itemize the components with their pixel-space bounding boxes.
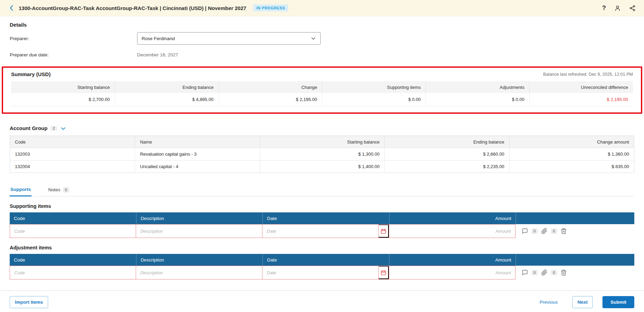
adjustment-items-table: Code Description Date Amount <box>10 254 634 279</box>
table-cell: $ 2,660.00 <box>384 148 509 160</box>
supporting-items-header-row: Code Description Date Amount <box>10 212 634 224</box>
submit-button[interactable]: Submit <box>602 296 634 308</box>
adjustment-amount-input[interactable] <box>389 266 515 279</box>
row-actions: 0 0 <box>516 224 634 238</box>
column-header: Code <box>10 136 135 148</box>
adjustments-value: $ 0.00 <box>426 93 529 106</box>
supporting-items-heading: Supporting items <box>10 203 634 209</box>
column-header: Code <box>10 212 136 224</box>
unreconciled-difference-value: $ 2,195.00 <box>529 93 633 106</box>
back-button[interactable] <box>8 4 15 11</box>
column-header: Code <box>10 254 136 266</box>
preparer-row: Preparer: Rose Ferdinand <box>10 32 634 45</box>
column-header-actions <box>516 254 634 266</box>
adjustment-date-input[interactable] <box>262 266 378 279</box>
table-cell: $ 1,400.00 <box>260 160 384 173</box>
due-date-value: December 16, 2027 <box>137 52 178 57</box>
column-header-actions <box>516 212 634 224</box>
table-cell: $ 1,300.00 <box>260 148 384 160</box>
import-items-button[interactable]: Import Items <box>10 296 48 308</box>
column-header: Ending balance <box>384 136 509 148</box>
tab-supports[interactable]: Supports <box>10 184 32 196</box>
adjustment-items-header-row: Code Description Date Amount <box>10 254 634 266</box>
table-cell: $ 2,235.00 <box>384 160 509 173</box>
comment-icon[interactable] <box>522 228 528 234</box>
due-date-label: Preparer due date: <box>10 52 137 57</box>
delete-icon[interactable] <box>561 269 567 276</box>
adjustment-code-input[interactable] <box>10 266 136 279</box>
summary-heading: Summary (USD) <box>11 71 51 77</box>
account-group-header: Account Group 2 <box>10 125 634 131</box>
supporting-item-entry-row: 0 0 <box>10 224 634 238</box>
column-header: Description <box>136 212 262 224</box>
summary-column-header: Adjustments <box>426 81 529 93</box>
previous-button[interactable]: Previous <box>535 296 563 308</box>
chevron-down-icon <box>311 36 316 41</box>
supporting-amount-input[interactable] <box>389 224 515 238</box>
summary-column-header: Ending balance <box>115 81 218 93</box>
summary-table: Starting balance Ending balance Change S… <box>11 81 633 106</box>
account-group-table: Code Name Starting balance Ending balanc… <box>10 136 634 173</box>
starting-balance-value: $ 2,700.00 <box>11 93 115 106</box>
description-field-wrapper <box>136 266 262 279</box>
description-field-wrapper <box>136 224 262 238</box>
summary-section-highlight: Summary (USD) Balance last refreshed: De… <box>2 66 642 114</box>
adjustment-description-input[interactable] <box>136 266 262 279</box>
preparer-select-value: Rose Ferdinand <box>142 36 175 41</box>
row-actions: 0 0 <box>516 266 634 279</box>
due-date-row: Preparer due date: December 16, 2027 <box>10 52 634 57</box>
table-cell: $ 835.00 <box>509 160 634 173</box>
supporting-date-input[interactable] <box>262 224 378 238</box>
share-icon[interactable] <box>629 5 636 11</box>
comment-icon[interactable] <box>522 269 528 276</box>
summary-column-header: Unreconciled difference <box>529 81 633 93</box>
account-group-collapse-button[interactable] <box>60 126 66 131</box>
next-button[interactable]: Next <box>572 296 593 308</box>
date-field-wrapper <box>262 266 389 279</box>
amount-field-wrapper <box>389 224 516 238</box>
help-icon[interactable]: ? <box>602 5 606 11</box>
main-content: Details Preparer: Rose Ferdinand Prepare… <box>0 22 644 279</box>
account-group-heading: Account Group <box>10 125 47 131</box>
tab-bar: Supports Notes 0 <box>10 184 634 196</box>
footer-bar: Import Items Previous Next Submit <box>0 291 644 312</box>
status-badge: IN PROGRESS <box>253 4 288 11</box>
adjustment-item-entry-row: 0 0 <box>10 266 634 279</box>
amount-field-wrapper <box>389 266 516 279</box>
column-header: Date <box>262 254 389 266</box>
summary-header-row: Starting balance Ending balance Change S… <box>11 81 633 93</box>
attachment-icon[interactable] <box>541 269 547 276</box>
comment-count-badge: 0 <box>531 228 538 234</box>
table-cell: 132004 <box>10 160 135 173</box>
supporting-code-input[interactable] <box>10 224 136 238</box>
summary-column-header: Starting balance <box>11 81 115 93</box>
chevron-down-icon <box>60 126 66 131</box>
topbar-actions: ? <box>602 5 636 11</box>
comment-count-badge: 0 <box>531 270 538 275</box>
delete-icon[interactable] <box>561 228 567 234</box>
change-value: $ 2,195.00 <box>218 93 322 106</box>
preparer-label: Preparer: <box>10 36 137 41</box>
calendar-icon[interactable] <box>378 224 388 238</box>
column-header: Name <box>135 136 259 148</box>
column-header: Date <box>262 212 389 224</box>
tab-supports-label: Supports <box>10 187 31 192</box>
attachment-count-badge: 0 <box>551 270 557 275</box>
preparer-select[interactable]: Rose Ferdinand <box>137 32 321 45</box>
tab-notes[interactable]: Notes 0 <box>47 184 70 196</box>
account-group-count-badge: 2 <box>51 126 57 131</box>
supporting-description-input[interactable] <box>136 224 262 238</box>
footer-navigation: Previous Next Submit <box>535 296 634 308</box>
summary-value-row: $ 2,700.00 $ 4,895.00 $ 2,195.00 $ 0.00 … <box>11 93 633 106</box>
attachment-icon[interactable] <box>541 228 547 234</box>
column-header: Change amount <box>509 136 634 148</box>
summary-column-header: Supporting items <box>322 81 426 93</box>
column-header: Amount <box>389 254 516 266</box>
supporting-items-table: Code Description Date Amount <box>10 212 634 238</box>
user-icon[interactable] <box>614 5 621 11</box>
calendar-icon[interactable] <box>378 266 388 279</box>
column-header: Description <box>136 254 262 266</box>
account-group-header-row: Code Name Starting balance Ending balanc… <box>10 136 634 148</box>
tab-notes-label: Notes <box>48 187 60 192</box>
table-cell: $ 1,360.00 <box>509 148 634 160</box>
